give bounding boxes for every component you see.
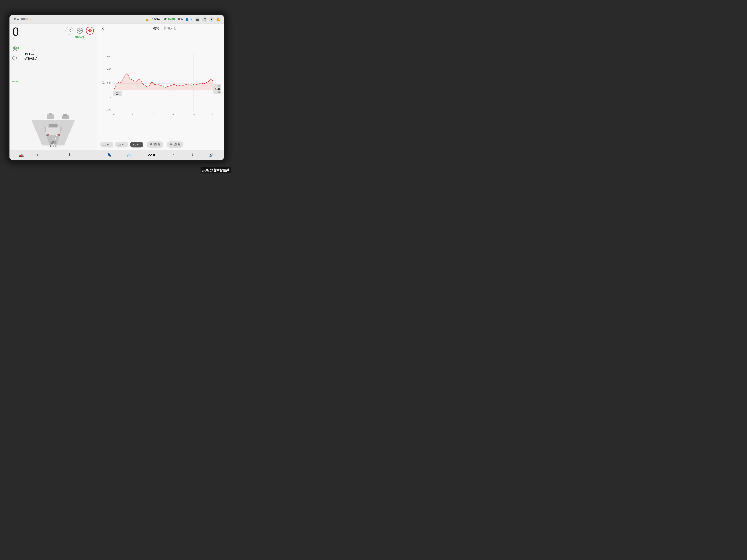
charging-icon: ⚡ bbox=[29, 18, 32, 21]
svg-text:20: 20 bbox=[172, 113, 174, 115]
svg-text:0: 0 bbox=[212, 113, 213, 115]
temp-control: ‹ 22.0 › bbox=[146, 153, 158, 157]
svg-text:累计: 累计 bbox=[218, 85, 221, 87]
car-view bbox=[12, 64, 94, 145]
svg-text:km: km bbox=[102, 83, 105, 85]
svg-text:-200: -200 bbox=[106, 108, 111, 111]
chart-wrapper: 600 400 200 0 -200 Wh km bbox=[100, 33, 221, 140]
tab-consumption[interactable]: 消耗 bbox=[153, 26, 159, 31]
heat-icon[interactable]: 🌡 bbox=[191, 153, 195, 157]
nav-distance: 11 km bbox=[24, 53, 37, 56]
cruise-speed: 40 bbox=[66, 27, 74, 35]
svg-point-24 bbox=[58, 135, 60, 136]
comfort-label: 舒适 bbox=[50, 141, 56, 145]
battery-bar bbox=[21, 19, 28, 20]
time-display: 16:42 bbox=[152, 17, 160, 21]
status-bar: 146 km ⚡ 🔒 16:42 31° AQI 41 bbox=[9, 15, 224, 24]
location-name: 康桥 bbox=[178, 18, 183, 21]
svg-text:꩜: ꩜ bbox=[173, 153, 176, 156]
main-content: 0 KM/H 40 bbox=[9, 24, 224, 150]
svg-rect-17 bbox=[63, 114, 67, 116]
svg-text:Wh: Wh bbox=[102, 80, 105, 82]
nav-arrow: ↑ bbox=[20, 54, 22, 60]
nav-destination: 虹桥机场 bbox=[24, 56, 37, 61]
volume-icon[interactable]: 🔊 bbox=[209, 153, 214, 157]
drive-mode: D bbox=[12, 36, 14, 39]
svg-text:10: 10 bbox=[192, 113, 195, 115]
lock-icon: 🔒 bbox=[146, 18, 149, 21]
nav-text: 11 km 虹桥机场 bbox=[24, 53, 37, 61]
right-panel-header: ✕ 消耗 长途旅行 bbox=[100, 26, 221, 31]
dot-2 bbox=[53, 145, 54, 147]
speed-area: 0 KM/H 40 bbox=[12, 26, 94, 50]
aqi-value: 41 bbox=[172, 18, 174, 20]
left-panel: 0 KM/H 40 bbox=[9, 24, 97, 150]
music-nav-icon[interactable]: ♪ bbox=[36, 153, 38, 158]
svg-text:平均: 平均 bbox=[116, 91, 120, 94]
bottom-controls: 10 km 25 km 50 km 瞬时里程 平均里程 bbox=[100, 141, 221, 148]
user-name: lth bbox=[191, 18, 193, 21]
status-bar-right: 👤 lth 📷 🎵 ✦ 📶 bbox=[185, 17, 221, 22]
right-panel: ✕ 消耗 长途旅行 bbox=[97, 24, 224, 150]
svg-rect-20 bbox=[49, 124, 58, 127]
svg-point-23 bbox=[46, 135, 49, 136]
expand-nav-icon[interactable]: ⌃ bbox=[84, 153, 88, 158]
temperature: 31° bbox=[163, 18, 167, 21]
svg-text:0: 0 bbox=[110, 96, 111, 98]
temp-value: 22.0 bbox=[148, 153, 155, 157]
nav-instruction: ↑ 11 km 虹桥机场 bbox=[12, 51, 94, 62]
svg-rect-15 bbox=[49, 113, 52, 115]
svg-text:40: 40 bbox=[132, 113, 134, 115]
status-bar-center: 🔒 16:42 31° AQI 41 康桥 bbox=[146, 17, 183, 21]
road-visual bbox=[12, 98, 94, 145]
temp-up[interactable]: › bbox=[156, 154, 157, 157]
svg-text:600: 600 bbox=[107, 55, 111, 58]
svg-text:163 km: 163 km bbox=[215, 87, 221, 90]
svg-text:里程: 里程 bbox=[218, 91, 221, 93]
wiper-nav-icon[interactable] bbox=[67, 152, 72, 158]
bluetooth-btn[interactable]: ✦ bbox=[209, 17, 214, 22]
btn-avg[interactable]: 平均里程 bbox=[167, 141, 183, 148]
seat-icon[interactable]: 💺 bbox=[107, 153, 112, 157]
defrost-icon[interactable]: ꩜ bbox=[172, 152, 176, 158]
tab-trip[interactable]: 长途旅行 bbox=[164, 26, 177, 31]
left-icons: H bbox=[12, 46, 18, 61]
bottom-nav-left: 🚗 ♪ ⊙ ⌃ bbox=[9, 152, 97, 158]
bottom-nav-right: 💺 💨 ‹ 22.0 › ꩜ 🌡 🔊 bbox=[97, 152, 224, 158]
btn-10km[interactable]: 10 km bbox=[100, 142, 113, 148]
temp-down[interactable]: ‹ bbox=[146, 154, 147, 157]
user-icon: 👤 bbox=[185, 18, 189, 21]
btn-25km[interactable]: 25 km bbox=[115, 142, 128, 148]
svg-point-1 bbox=[79, 30, 81, 31]
status-bar-left: 146 km ⚡ bbox=[12, 18, 143, 21]
car-nav-icon[interactable]: 🚗 bbox=[19, 153, 24, 158]
svg-text:200: 200 bbox=[107, 82, 111, 84]
aqi-badge: AQI 41 bbox=[168, 18, 175, 20]
close-button[interactable]: ✕ bbox=[100, 26, 105, 31]
camera-btn[interactable]: 📷 bbox=[195, 17, 200, 22]
svg-text:133: 133 bbox=[116, 94, 119, 96]
svg-rect-16 bbox=[62, 115, 69, 119]
dot-3 bbox=[55, 145, 56, 147]
svg-text:30: 30 bbox=[152, 113, 154, 115]
battery-km: 146 km bbox=[12, 18, 20, 21]
svg-text:50: 50 bbox=[112, 113, 115, 115]
temp-display: 31° AQI 41 bbox=[163, 18, 175, 21]
speed-value: 0 bbox=[12, 26, 19, 37]
chart-container: 600 400 200 0 -200 Wh km bbox=[100, 33, 221, 140]
steering-icon bbox=[76, 27, 84, 35]
wifi-btn[interactable]: 📶 bbox=[216, 17, 221, 22]
svg-text:400: 400 bbox=[107, 68, 111, 71]
hold-icon: H bbox=[12, 46, 18, 52]
battery-fill bbox=[21, 19, 25, 20]
camera-nav-icon[interactable]: ⊙ bbox=[51, 153, 54, 158]
btn-instant[interactable]: 瞬时里程 bbox=[147, 141, 163, 148]
fan-icon[interactable]: 💨 bbox=[126, 153, 131, 157]
btn-50km[interactable]: 50 km bbox=[130, 142, 143, 148]
music-btn[interactable]: 🎵 bbox=[202, 17, 207, 22]
bottom-nav: 🚗 ♪ ⊙ ⌃ 💺 💨 ‹ 22.0 bbox=[9, 150, 224, 160]
svg-text:H: H bbox=[14, 48, 16, 50]
panel-tabs: 消耗 长途旅行 bbox=[109, 26, 221, 31]
energy-chart: 600 400 200 0 -200 Wh km bbox=[100, 33, 221, 140]
dot-1 bbox=[50, 145, 51, 147]
